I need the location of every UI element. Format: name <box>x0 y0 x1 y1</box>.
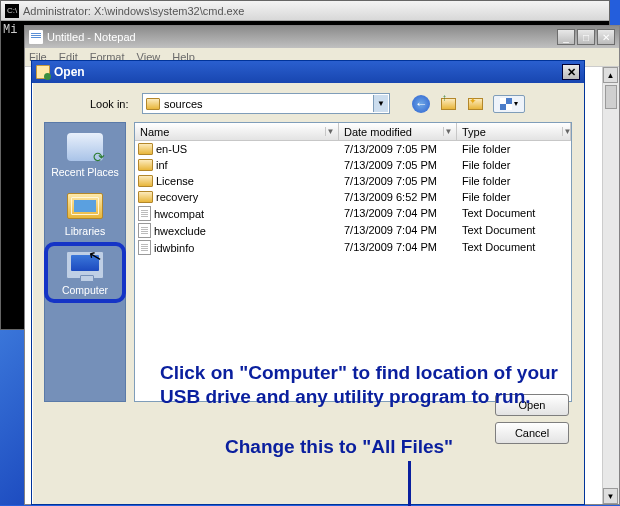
folder-icon <box>138 191 153 203</box>
column-date[interactable]: Date modified▼ <box>339 123 457 140</box>
dialog-title-text: Open <box>54 65 85 79</box>
notepad-title-text: Untitled - Notepad <box>47 31 136 43</box>
cmd-title-text: Administrator: X:\windows\system32\cmd.e… <box>23 5 244 17</box>
scroll-up-icon[interactable]: ▲ <box>603 67 618 83</box>
file-row[interactable]: License7/13/2009 7:05 PMFile folder <box>135 173 571 189</box>
places-libraries[interactable]: Libraries <box>47 186 123 241</box>
recent-places-icon <box>67 133 103 161</box>
places-recent-label: Recent Places <box>51 166 119 178</box>
file-date: 7/13/2009 7:05 PM <box>339 158 457 172</box>
lookin-label: Look in: <box>90 98 136 110</box>
places-bar: Recent Places Libraries Computer <box>44 122 126 402</box>
close-button[interactable]: ✕ <box>597 29 615 45</box>
file-name: en-US <box>156 143 187 155</box>
folder-icon <box>146 98 160 110</box>
file-type: Text Document <box>457 223 571 238</box>
file-type: File folder <box>457 158 571 172</box>
back-button[interactable]: ← <box>412 95 430 113</box>
file-type: Text Document <box>457 240 571 255</box>
column-type[interactable]: Type▼ <box>457 123 571 140</box>
file-type: File folder <box>457 190 571 204</box>
open-dialog-icon <box>36 65 50 79</box>
file-name: recovery <box>156 191 198 203</box>
file-icon <box>138 240 151 255</box>
cancel-button[interactable]: Cancel <box>495 422 569 444</box>
places-computer[interactable]: Computer <box>47 245 123 300</box>
annotation-arrow <box>408 461 411 506</box>
file-date: 7/13/2009 7:04 PM <box>339 206 457 221</box>
annotation-computer: Click on "Computer" to find location of … <box>160 361 560 409</box>
places-recent[interactable]: Recent Places <box>47 127 123 182</box>
listview-header: Name▼ Date modified▼ Type▼ <box>135 123 571 141</box>
file-date: 7/13/2009 6:52 PM <box>339 190 457 204</box>
file-type: Text Document <box>457 206 571 221</box>
libraries-icon <box>67 193 103 219</box>
dialog-close-button[interactable]: ✕ <box>562 64 580 80</box>
places-libraries-label: Libraries <box>65 225 105 237</box>
file-row[interactable]: idwbinfo7/13/2009 7:04 PMText Document <box>135 239 571 256</box>
file-type: File folder <box>457 142 571 156</box>
scroll-down-icon[interactable]: ▼ <box>603 488 618 504</box>
file-icon <box>138 206 151 221</box>
cmd-prompt: Mi <box>3 23 17 37</box>
file-date: 7/13/2009 7:05 PM <box>339 174 457 188</box>
file-type: File folder <box>457 174 571 188</box>
dialog-titlebar[interactable]: Open ✕ <box>32 61 584 83</box>
new-folder-button[interactable] <box>466 95 484 113</box>
minimize-button[interactable]: _ <box>557 29 575 45</box>
cmd-icon: C:\ <box>5 4 19 18</box>
lookin-value: sources <box>164 98 203 110</box>
maximize-button[interactable]: □ <box>577 29 595 45</box>
view-menu-button[interactable]: ▾ <box>493 95 525 113</box>
file-row[interactable]: hwexclude7/13/2009 7:04 PMText Document <box>135 222 571 239</box>
file-row[interactable]: inf7/13/2009 7:05 PMFile folder <box>135 157 571 173</box>
lookin-combo[interactable]: sources ▼ <box>142 93 390 114</box>
notepad-titlebar[interactable]: Untitled - Notepad _ □ ✕ <box>25 26 619 48</box>
file-name: inf <box>156 159 168 171</box>
file-row[interactable]: en-US7/13/2009 7:05 PMFile folder <box>135 141 571 157</box>
file-name: idwbinfo <box>154 242 194 254</box>
folder-icon <box>138 175 153 187</box>
file-name: hwcompat <box>154 208 204 220</box>
folder-icon <box>138 143 153 155</box>
file-name: hwexclude <box>154 225 206 237</box>
file-date: 7/13/2009 7:04 PM <box>339 223 457 238</box>
computer-icon <box>66 251 104 279</box>
notepad-icon <box>29 30 43 44</box>
scrollbar-vertical[interactable]: ▲ ▼ <box>602 67 619 504</box>
scroll-thumb[interactable] <box>605 85 617 109</box>
file-date: 7/13/2009 7:04 PM <box>339 240 457 255</box>
cmd-titlebar[interactable]: C:\ Administrator: X:\windows\system32\c… <box>1 1 609 21</box>
chevron-down-icon[interactable]: ▼ <box>373 95 388 112</box>
file-row[interactable]: hwcompat7/13/2009 7:04 PMText Document <box>135 205 571 222</box>
file-row[interactable]: recovery7/13/2009 6:52 PMFile folder <box>135 189 571 205</box>
file-icon <box>138 223 151 238</box>
file-listview[interactable]: Name▼ Date modified▼ Type▼ en-US7/13/200… <box>134 122 572 402</box>
column-name[interactable]: Name▼ <box>135 123 339 140</box>
open-dialog: Open ✕ Look in: sources ▼ ← ▾ Recent Pl <box>31 60 585 505</box>
folder-icon <box>138 159 153 171</box>
file-name: License <box>156 175 194 187</box>
places-computer-label: Computer <box>62 284 108 296</box>
annotation-allfiles: Change this to "All Files" <box>225 436 453 458</box>
file-date: 7/13/2009 7:05 PM <box>339 142 457 156</box>
up-one-level-button[interactable] <box>439 95 457 113</box>
